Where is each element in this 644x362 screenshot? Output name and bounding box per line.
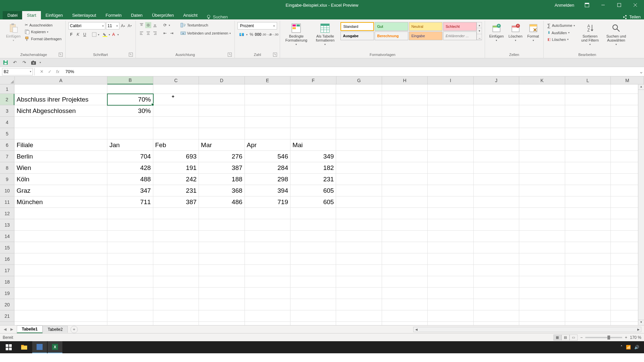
cell-F14[interactable] (290, 231, 336, 242)
cell-E21[interactable] (245, 310, 290, 322)
column-header-C[interactable]: C (153, 76, 199, 84)
cell-H16[interactable] (382, 253, 428, 265)
maximize-button[interactable] (612, 0, 627, 10)
ribbon-display-options[interactable] (580, 0, 594, 10)
cell-L15[interactable] (565, 242, 611, 253)
cell-C6[interactable]: Feb (153, 139, 199, 151)
cell-D19[interactable] (199, 288, 245, 299)
cell-G13[interactable] (336, 219, 382, 231)
align-left-button[interactable] (139, 30, 145, 36)
cell-B6[interactable]: Jan (107, 139, 153, 151)
cell-E16[interactable] (245, 253, 290, 265)
cell-I21[interactable] (428, 310, 473, 322)
font-dialog-launcher[interactable]: ⤡ (129, 53, 133, 57)
row-header-14[interactable]: 14 (0, 231, 14, 242)
cell-K3[interactable] (519, 105, 565, 117)
cell-A10[interactable]: Graz (14, 185, 107, 196)
cell-B11[interactable]: 711 (107, 196, 153, 208)
cell-J19[interactable] (474, 288, 519, 299)
cell-D14[interactable] (199, 231, 245, 242)
align-bottom-button[interactable] (152, 22, 158, 28)
cell-B8[interactable]: 428 (107, 162, 153, 174)
cell-D3[interactable] (199, 105, 245, 117)
tell-me-search[interactable]: Suchen (206, 14, 228, 19)
cell-K12[interactable] (519, 208, 565, 219)
row-header-18[interactable]: 18 (0, 276, 14, 288)
cell-F13[interactable] (290, 219, 336, 231)
cell-G8[interactable] (336, 162, 382, 174)
cell-D1[interactable] (199, 84, 245, 94)
bold-button[interactable]: F (68, 32, 74, 38)
cell-E1[interactable] (245, 84, 290, 94)
style-schlecht[interactable]: Schlecht (443, 22, 477, 31)
underline-button[interactable]: U (82, 32, 88, 38)
cell-H9[interactable] (382, 174, 428, 185)
cell-I17[interactable] (428, 265, 473, 276)
column-header-I[interactable]: I (428, 76, 473, 84)
cell-A17[interactable] (14, 265, 107, 276)
cell-H22[interactable] (382, 322, 428, 325)
cell-J11[interactable] (474, 196, 519, 208)
cell-F11[interactable]: 605 (290, 196, 336, 208)
column-header-D[interactable]: D (199, 76, 245, 84)
cell-L3[interactable] (565, 105, 611, 117)
column-header-H[interactable]: H (382, 76, 428, 84)
cell-A11[interactable]: München (14, 196, 107, 208)
column-header-A[interactable]: A (15, 76, 108, 84)
cell-C22[interactable] (153, 322, 199, 325)
cell-K15[interactable] (519, 242, 565, 253)
cell-H21[interactable] (382, 310, 428, 322)
cell-C8[interactable]: 191 (153, 162, 199, 174)
clipboard-dialog-launcher[interactable]: ⤡ (59, 53, 63, 57)
cell-F2[interactable] (290, 94, 336, 105)
cell-L13[interactable] (565, 219, 611, 231)
percent-format-button[interactable]: % (248, 32, 254, 38)
format-painter-button[interactable]: Format übertragen (24, 36, 62, 42)
cell-G4[interactable] (336, 117, 382, 128)
cell-C12[interactable] (153, 208, 199, 219)
style-ausgabe[interactable]: Ausgabe (340, 32, 374, 40)
cell-D11[interactable]: 486 (199, 196, 245, 208)
cell-I12[interactable] (428, 208, 473, 219)
tab-home[interactable]: Start (22, 11, 41, 19)
column-header-E[interactable]: E (245, 76, 290, 84)
cell-K8[interactable] (519, 162, 565, 174)
cell-B14[interactable] (107, 231, 153, 242)
signin-link[interactable]: Anmelden (550, 3, 578, 8)
cell-A3[interactable]: Nicht Abgeschlossen (14, 105, 107, 117)
cell-L10[interactable] (565, 185, 611, 196)
cell-C9[interactable]: 242 (153, 174, 199, 185)
cell-D9[interactable]: 188 (199, 174, 245, 185)
cell-A13[interactable] (14, 219, 107, 231)
qat-customize[interactable]: ▾ (40, 61, 41, 64)
cell-H15[interactable] (382, 242, 428, 253)
column-header-K[interactable]: K (519, 76, 565, 84)
cell-A19[interactable] (14, 288, 107, 299)
cell-F15[interactable] (290, 242, 336, 253)
cell-C19[interactable] (153, 288, 199, 299)
cell-L9[interactable] (565, 174, 611, 185)
cell-L20[interactable] (565, 299, 611, 310)
cell-G17[interactable] (336, 265, 382, 276)
borders-button[interactable] (91, 32, 97, 38)
comma-format-button[interactable]: 000 (255, 32, 261, 38)
share-button[interactable]: Teilen (629, 14, 641, 19)
cell-H5[interactable] (382, 128, 428, 139)
cell-A22[interactable] (14, 322, 107, 325)
column-header-J[interactable]: J (474, 76, 519, 84)
row-header-5[interactable]: 5 (0, 128, 14, 139)
cell-H7[interactable] (382, 151, 428, 162)
cell-J1[interactable] (474, 84, 519, 94)
cell-I2[interactable] (428, 94, 473, 105)
cell-K1[interactable] (519, 84, 565, 94)
style-berechnung[interactable]: Berechnung (375, 32, 408, 40)
cell-C15[interactable] (153, 242, 199, 253)
cell-B12[interactable] (107, 208, 153, 219)
cell-F5[interactable] (290, 128, 336, 139)
cell-J15[interactable] (474, 242, 519, 253)
cell-H18[interactable] (382, 276, 428, 288)
cell-G5[interactable] (336, 128, 382, 139)
name-box[interactable]: B2▾ (2, 68, 33, 75)
cell-B10[interactable]: 347 (107, 185, 153, 196)
normal-view-button[interactable]: ▦ (553, 335, 561, 341)
